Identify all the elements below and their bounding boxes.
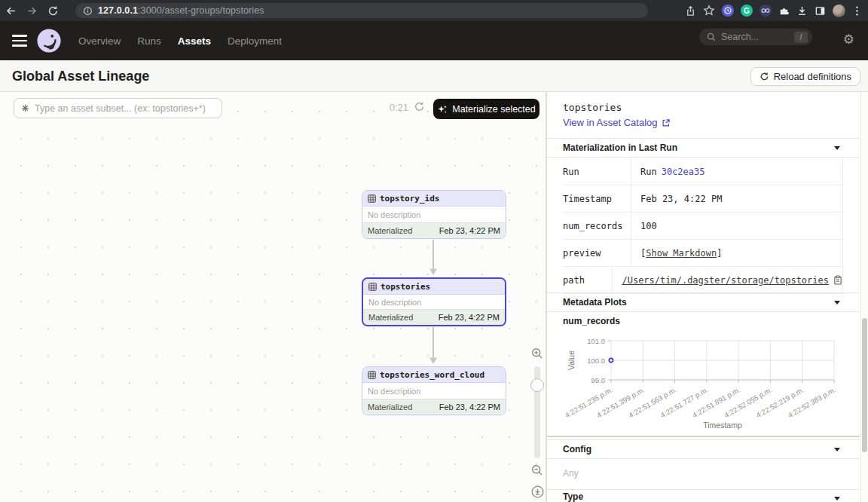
back-arrow-icon — [5, 5, 17, 17]
app-window: 127.0.0.1:3000/asset-groups/topstories G… — [0, 0, 868, 502]
run-id-link[interactable]: 30c2ea35 — [662, 167, 705, 177]
details-scrollbar-track[interactable] — [860, 92, 868, 502]
asset-node-topstories-word-cloud[interactable]: topstories_word_cloud No description Mat… — [362, 366, 506, 415]
asset-node-body: No description — [362, 383, 506, 399]
section-label: Metadata Plots — [563, 297, 627, 308]
share-icon[interactable] — [685, 5, 696, 17]
url-path: :3000/asset-groups/topstories — [138, 5, 264, 16]
config-value: Any — [563, 468, 579, 479]
bracket: ] — [717, 248, 722, 259]
asset-node-status: Materialized — [368, 403, 412, 412]
table-row-preview: preview [Show Markdown] — [563, 240, 842, 267]
extension-grammarly-icon[interactable]: G — [741, 5, 753, 17]
browser-forward-button[interactable] — [21, 0, 42, 21]
hamburger-menu-icon[interactable] — [12, 35, 27, 46]
asset-node-header: topstories — [363, 279, 505, 295]
svg-text:Value: Value — [567, 350, 576, 370]
asset-node-description: No description — [368, 210, 420, 219]
refresh-countdown: 0:21 — [377, 102, 408, 113]
section-label: Config — [563, 444, 591, 455]
browser-back-button[interactable] — [0, 0, 21, 21]
asset-node-name: topstory_ids — [380, 194, 439, 204]
global-search-input[interactable]: Search... / — [699, 29, 812, 45]
search-placeholder: Search... — [721, 32, 789, 42]
section-materialization-in-last-run[interactable]: Materialization in Last Run — [547, 138, 860, 158]
reload-definitions-button[interactable]: Reload definitions — [750, 67, 860, 86]
search-shortcut-badge: / — [794, 32, 808, 43]
refresh-icon — [414, 101, 425, 112]
recenter-graph-button[interactable] — [531, 485, 544, 498]
asset-node-name: topstories — [381, 282, 430, 292]
side-panel-icon[interactable] — [815, 5, 826, 17]
asset-node-date: Feb 23, 4:22 PM — [439, 313, 500, 322]
collapse-caret-icon[interactable] — [834, 146, 840, 150]
zoom-out-button[interactable] — [531, 464, 543, 476]
extension-goggles-icon[interactable] — [760, 5, 772, 17]
asset-node-description: No description — [368, 387, 420, 396]
page-header: Global Asset Lineage Reload definitions — [0, 60, 868, 92]
nav-item-deployment[interactable]: Deployment — [228, 35, 282, 47]
row-value: 100 — [631, 213, 842, 239]
table-row-timestamp: Timestamp Feb 23, 4:22 PM — [563, 185, 842, 213]
zoom-in-button[interactable] — [531, 347, 543, 360]
row-label: num_records — [563, 221, 631, 231]
url-text: 127.0.0.1:3000/asset-groups/topstories — [98, 5, 264, 16]
row-label: Timestamp — [563, 194, 631, 204]
browser-menu-icon[interactable] — [852, 5, 862, 17]
search-icon — [707, 32, 716, 41]
page-title: Global Asset Lineage — [12, 69, 149, 84]
downloads-icon[interactable] — [796, 5, 808, 17]
extension-clock-icon[interactable] — [722, 5, 734, 17]
asset-node-topstory-ids[interactable]: topstory_ids No description Materialized… — [362, 190, 506, 239]
svg-text:100.0: 100.0 — [587, 357, 605, 365]
row-value: /Users/tim/.dagster/storage/topstories — [612, 267, 842, 293]
nav-item-assets[interactable]: Assets — [178, 35, 211, 47]
svg-text:Timestamp: Timestamp — [703, 421, 742, 430]
settings-gear-icon[interactable]: ⚙ — [843, 32, 854, 47]
table-row-num-records: num_records 100 — [563, 213, 842, 240]
materialize-selected-button[interactable]: Materialize selected — [433, 99, 539, 119]
copy-clipboard-icon[interactable] — [833, 275, 842, 285]
section-metadata-plots[interactable]: Metadata Plots — [547, 292, 860, 312]
extensions-puzzle-icon[interactable] — [778, 5, 790, 17]
collapse-caret-icon[interactable] — [834, 448, 840, 451]
details-scrollbar-thumb[interactable] — [862, 318, 867, 452]
zoom-slider-handle[interactable] — [530, 378, 544, 392]
browser-reload-button[interactable] — [42, 0, 63, 21]
path-link[interactable]: /Users/tim/.dagster/storage/topstories — [622, 275, 829, 286]
collapse-caret-icon[interactable] — [834, 301, 840, 305]
profile-avatar[interactable] — [833, 5, 845, 17]
dagster-logo[interactable] — [36, 28, 62, 54]
asset-node-status: Materialized — [368, 313, 413, 322]
address-bar[interactable]: 127.0.0.1:3000/asset-groups/topstories — [75, 3, 648, 18]
row-label: preview — [563, 248, 631, 259]
site-info-icon[interactable] — [83, 6, 93, 16]
row-label: path — [563, 275, 612, 286]
asset-graph-panel: 0:21 Materialize selected topstory_ids N… — [0, 92, 546, 502]
svg-text:99.0: 99.0 — [591, 376, 606, 384]
table-row-path: path /Users/tim/.dagster/storage/topstor… — [563, 267, 842, 294]
asset-node-body: No description — [363, 295, 505, 309]
bookmark-star-icon[interactable] — [703, 5, 715, 17]
row-value: Run30c2ea35 — [631, 158, 842, 185]
nav-item-overview[interactable]: Overview — [78, 35, 121, 47]
asset-node-date: Feb 23, 4:22 PM — [439, 403, 500, 412]
forward-arrow-icon — [26, 5, 38, 17]
materialization-table: Run Run30c2ea35 Timestamp Feb 23, 4:22 P… — [563, 158, 843, 294]
reload-definitions-label: Reload definitions — [774, 71, 851, 82]
graph-refresh-button[interactable] — [414, 101, 425, 112]
section-type[interactable]: Type — [547, 489, 860, 502]
show-markdown-link[interactable]: Show Markdown — [646, 248, 717, 259]
asset-node-body: No description — [362, 207, 506, 222]
num-records-chart: 101.0100.099.04:22:51.235 p.m.4:22:51.39… — [553, 335, 863, 434]
section-config[interactable]: Config — [547, 439, 860, 459]
panel-divider — [547, 436, 860, 437]
url-host: 127.0.0.1 — [98, 5, 138, 16]
asset-node-topstories[interactable]: topstories No description Materialized F… — [362, 277, 506, 326]
view-in-asset-catalog-link[interactable]: View in Asset Catalog — [563, 117, 671, 128]
asset-node-header: topstory_ids — [362, 191, 506, 207]
asset-filter-input[interactable] — [35, 103, 215, 114]
nav-item-runs[interactable]: Runs — [137, 35, 161, 47]
asset-filter-input-wrap — [14, 98, 222, 118]
collapse-caret-icon[interactable] — [834, 497, 840, 500]
